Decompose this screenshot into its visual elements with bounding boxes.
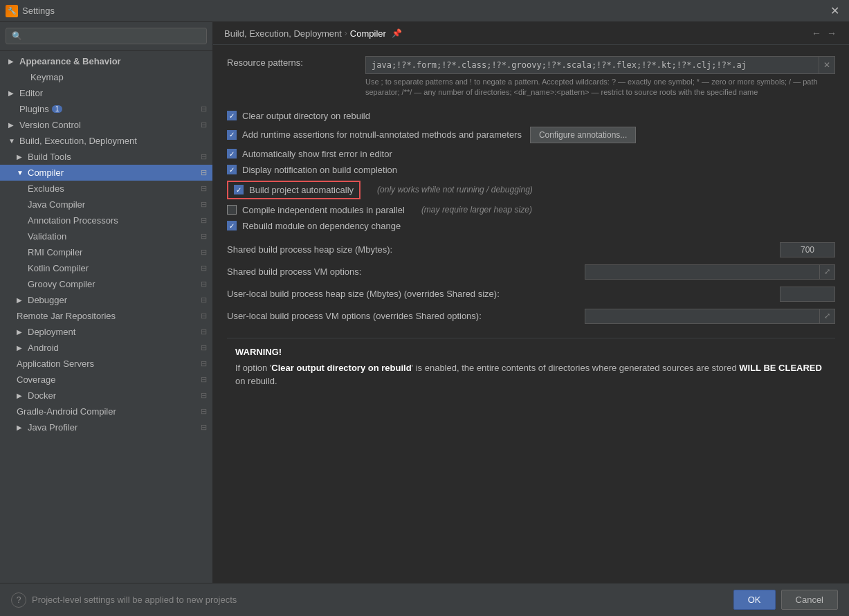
breadcrumb-current: Compiler xyxy=(350,28,386,39)
ext-icon: ⊟ xyxy=(201,391,207,400)
sidebar: ▶ Appearance & Behavior Keymap ▶ Editor … xyxy=(0,22,213,583)
sidebar-item-rmi-compiler[interactable]: RMI Compiler ⊟ xyxy=(0,244,212,260)
user-heap-input[interactable] xyxy=(780,287,835,302)
sidebar-item-keymap[interactable]: Keymap xyxy=(0,69,212,85)
checkbox-add-runtime: Add runtime assertions for notnull-annot… xyxy=(227,127,835,143)
sidebar-item-compiler[interactable]: ▼ Compiler ⊟ xyxy=(0,165,212,181)
ext-icon: ⊟ xyxy=(201,359,207,368)
bottom-help-text: Project-level settings will be applied t… xyxy=(32,595,237,605)
sidebar-label-excludes: Excludes xyxy=(28,183,64,194)
app-icon: 🔧 xyxy=(6,5,18,17)
shared-vm-input[interactable] xyxy=(585,264,820,280)
user-vm-label: User-local build process VM options (ove… xyxy=(227,311,585,321)
ok-button[interactable]: OK xyxy=(733,590,776,610)
sidebar-item-validation[interactable]: Validation ⊟ xyxy=(0,228,212,244)
sidebar-label-annotation-processors: Annotation Processors xyxy=(28,215,118,226)
checkbox-add-runtime-cb[interactable] xyxy=(227,130,237,140)
sidebar-item-kotlin-compiler[interactable]: Kotlin Compiler ⊟ xyxy=(0,260,212,276)
sidebar-label-keymap: Keymap xyxy=(30,72,64,82)
ext-icon: ⊟ xyxy=(201,120,207,129)
sidebar-label-editor: Editor xyxy=(19,88,43,98)
ext-icon: ⊟ xyxy=(201,327,207,336)
forward-button[interactable]: → xyxy=(825,28,838,39)
sidebar-item-editor[interactable]: ▶ Editor xyxy=(0,85,212,101)
checkbox-rebuild-module-cb[interactable] xyxy=(227,221,237,230)
sidebar-item-docker[interactable]: ▶ Docker ⊟ xyxy=(0,388,212,404)
sidebar-label-build-tools: Build Tools xyxy=(28,152,71,162)
resource-clear-button[interactable]: ✕ xyxy=(819,56,835,74)
sidebar-item-application-servers[interactable]: Application Servers ⊟ xyxy=(0,356,212,372)
arrow-icon: ▶ xyxy=(8,89,17,97)
checkbox-auto-show-label: Automatically show first error in editor xyxy=(242,149,392,159)
checkbox-compile-parallel-cb[interactable] xyxy=(227,205,237,215)
sidebar-label-validation: Validation xyxy=(28,231,66,242)
cancel-button[interactable]: Cancel xyxy=(781,590,838,610)
sidebar-item-java-compiler[interactable]: Java Compiler ⊟ xyxy=(0,197,212,212)
sidebar-label-appearance: Appearance & Behavior xyxy=(19,56,121,66)
sidebar-item-gradle-android[interactable]: Gradle-Android Compiler ⊟ xyxy=(0,404,212,419)
sidebar-item-excludes[interactable]: Excludes ⊟ xyxy=(0,181,212,197)
build-auto-side-note: (only works while not running / debuggin… xyxy=(377,185,533,194)
checkbox-clear-output-cb[interactable] xyxy=(227,111,237,120)
sidebar-item-coverage[interactable]: Coverage ⊟ xyxy=(0,372,212,388)
sidebar-item-build-exec[interactable]: ▼ Build, Execution, Deployment xyxy=(0,133,212,149)
shared-heap-label: Shared build process heap size (Mbytes): xyxy=(227,244,780,255)
compile-parallel-side-note: (may require larger heap size) xyxy=(421,205,532,215)
checkbox-build-auto-label: Build project automatically xyxy=(249,185,354,195)
help-button[interactable]: ? xyxy=(11,592,26,608)
bottom-actions: OK Cancel xyxy=(733,590,838,610)
checkbox-build-auto-cb[interactable] xyxy=(234,185,244,194)
shared-vm-expand-button[interactable]: ⤢ xyxy=(820,264,835,280)
sidebar-item-java-profiler[interactable]: ▶ Java Profiler ⊟ xyxy=(0,419,212,435)
sidebar-item-remote-jar[interactable]: Remote Jar Repositories ⊟ xyxy=(0,308,212,324)
checkbox-rebuild-module-label: Rebuild module on dependency change xyxy=(242,221,401,231)
user-vm-expand-button[interactable]: ⤢ xyxy=(820,309,835,324)
main-content: Build, Execution, Deployment › Compiler … xyxy=(213,22,849,583)
sidebar-item-plugins[interactable]: Plugins 1 ⊟ xyxy=(0,101,212,117)
ext-icon: ⊟ xyxy=(201,184,207,193)
breadcrumb-bar: Build, Execution, Deployment › Compiler … xyxy=(213,22,849,45)
ext-icon: ⊟ xyxy=(201,105,207,114)
ext-icon: ⊟ xyxy=(201,200,207,209)
search-input[interactable] xyxy=(6,28,207,44)
arrow-icon: ▼ xyxy=(8,137,17,145)
window-title: Settings xyxy=(22,6,826,16)
close-button[interactable]: ✕ xyxy=(826,3,843,19)
arrow-icon: ▶ xyxy=(17,328,25,336)
sidebar-item-annotation-processors[interactable]: Annotation Processors ⊟ xyxy=(0,212,212,228)
dialog-body: ▶ Appearance & Behavior Keymap ▶ Editor … xyxy=(0,22,849,583)
nav-arrows: ← → xyxy=(810,28,838,39)
sidebar-label-rmi-compiler: RMI Compiler xyxy=(28,247,82,257)
sidebar-item-groovy-compiler[interactable]: Groovy Compiler ⊟ xyxy=(0,276,212,292)
ext-icon: ⊟ xyxy=(201,280,207,289)
sidebar-item-android[interactable]: ▶ Android ⊟ xyxy=(0,340,212,356)
user-vm-input[interactable] xyxy=(585,309,820,324)
shared-vm-label: Shared build process VM options: xyxy=(227,266,585,277)
configure-annotations-button[interactable]: Configure annotations... xyxy=(530,127,636,143)
sidebar-label-gradle-android: Gradle-Android Compiler xyxy=(17,406,116,417)
resource-patterns-input-row: ✕ xyxy=(365,56,835,74)
breadcrumb-separator: › xyxy=(345,28,347,38)
checkbox-rebuild-module: Rebuild module on dependency change xyxy=(227,221,835,231)
sidebar-item-debugger[interactable]: ▶ Debugger ⊟ xyxy=(0,292,212,308)
resource-patterns-label: Resource patterns: xyxy=(227,56,365,68)
shared-heap-input[interactable] xyxy=(780,242,835,257)
ext-icon: ⊟ xyxy=(201,264,207,273)
resource-patterns-input[interactable] xyxy=(365,56,819,74)
sidebar-item-build-tools[interactable]: ▶ Build Tools ⊟ xyxy=(0,149,212,165)
back-button[interactable]: ← xyxy=(810,28,823,39)
sidebar-item-deployment[interactable]: ▶ Deployment ⊟ xyxy=(0,324,212,340)
sidebar-item-version-control[interactable]: ▶ Version Control ⊟ xyxy=(0,117,212,133)
ext-icon: ⊟ xyxy=(201,248,207,257)
ext-icon: ⊟ xyxy=(201,152,207,161)
arrow-icon: ▼ xyxy=(17,169,25,176)
sidebar-label-compiler: Compiler xyxy=(28,167,64,178)
sidebar-label-kotlin-compiler: Kotlin Compiler xyxy=(28,263,89,273)
sidebar-search-area xyxy=(0,22,212,51)
checkbox-display-notification-cb[interactable] xyxy=(227,165,237,174)
checkbox-auto-show-cb[interactable] xyxy=(227,149,237,158)
arrow-icon: ▶ xyxy=(17,392,25,399)
arrow-icon: ▶ xyxy=(8,57,17,65)
sidebar-item-appearance[interactable]: ▶ Appearance & Behavior xyxy=(0,53,212,69)
title-bar: 🔧 Settings ✕ xyxy=(0,0,849,22)
